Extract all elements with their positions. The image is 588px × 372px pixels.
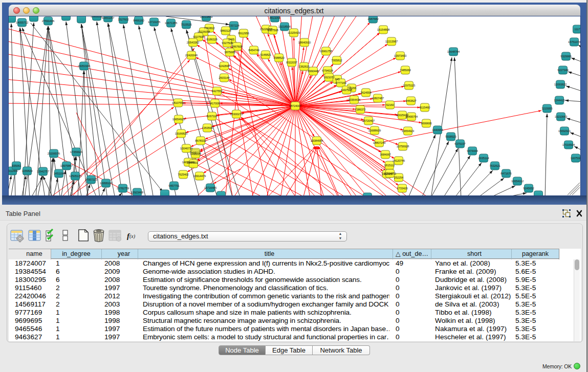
- svg-text:18807249: 18807249: [373, 141, 386, 144]
- svg-text:3215955: 3215955: [541, 107, 553, 110]
- svg-text:9227349: 9227349: [557, 69, 569, 72]
- svg-text:8322037: 8322037: [286, 61, 297, 64]
- svg-text:16961758: 16961758: [320, 50, 333, 53]
- svg-text:9777169: 9777169: [335, 81, 346, 84]
- svg-text:16914479: 16914479: [193, 174, 206, 178]
- svg-text:12975115: 12975115: [403, 84, 416, 87]
- svg-text:8186328: 8186328: [206, 38, 217, 41]
- svg-text:2603144: 2603144: [219, 76, 230, 79]
- svg-text:252254: 252254: [394, 176, 404, 179]
- svg-text:17016504: 17016504: [562, 143, 575, 146]
- svg-text:20364436: 20364436: [348, 98, 361, 101]
- svg-text:25300273: 25300273: [230, 113, 243, 116]
- svg-text:2935114: 2935114: [478, 157, 490, 160]
- svg-text:8990448: 8990448: [308, 70, 319, 73]
- svg-text:16495754: 16495754: [405, 115, 418, 118]
- svg-text:13654923: 13654923: [402, 129, 415, 133]
- svg-text:6497568: 6497568: [341, 89, 352, 92]
- svg-text:10654112: 10654112: [511, 180, 524, 183]
- svg-text:1117: 1117: [574, 28, 580, 31]
- svg-text:3624554: 3624554: [360, 91, 372, 94]
- svg-text:16648784: 16648784: [447, 50, 460, 53]
- svg-text:10973493: 10973493: [394, 54, 407, 57]
- svg-text:15226058: 15226058: [198, 30, 210, 33]
- svg-text:1498225: 1498225: [190, 152, 201, 156]
- svg-text:8813054: 8813054: [269, 16, 280, 19]
- svg-text:10046736: 10046736: [180, 147, 193, 150]
- svg-text:17359924: 17359924: [70, 150, 83, 154]
- svg-text:19654923: 19654923: [172, 118, 185, 121]
- svg-text:11325419: 11325419: [288, 31, 300, 34]
- svg-text:62160: 62160: [386, 103, 394, 106]
- svg-text:10807487: 10807487: [372, 97, 384, 100]
- svg-text:20206576: 20206576: [48, 152, 60, 155]
- svg-text:9427552: 9427552: [211, 90, 223, 93]
- svg-text:10653267: 10653267: [102, 16, 115, 19]
- svg-text:14099469: 14099469: [182, 161, 195, 164]
- svg-text:7625402: 7625402: [178, 173, 189, 176]
- svg-text:1244415: 1244415: [554, 99, 565, 102]
- svg-text:(x): (x): [129, 233, 136, 239]
- svg-text:417006: 417006: [210, 102, 220, 105]
- svg-text:1440954: 1440954: [432, 128, 443, 132]
- svg-text:7485063: 7485063: [400, 69, 411, 72]
- svg-text:12093822: 12093822: [554, 83, 567, 86]
- svg-text:15751074: 15751074: [568, 40, 580, 43]
- svg-text:9329966: 9329966: [560, 55, 572, 58]
- svg-text:26053346: 26053346: [78, 64, 91, 68]
- svg-text:9327508: 9327508: [193, 35, 204, 38]
- svg-text:12923468: 12923468: [131, 191, 144, 194]
- svg-text:1588520: 1588520: [273, 56, 285, 59]
- svg-text:3684067: 3684067: [380, 153, 391, 156]
- svg-text:16154808: 16154808: [377, 28, 390, 31]
- svg-text:1621072: 1621072: [323, 76, 335, 79]
- svg-text:19384554: 19384554: [311, 139, 323, 142]
- svg-text:7386372: 7386372: [355, 108, 366, 111]
- svg-text:8471676: 8471676: [500, 172, 512, 175]
- svg-text:19975867: 19975867: [60, 164, 73, 167]
- svg-text:7357224: 7357224: [228, 24, 239, 27]
- svg-text:10524851: 10524851: [384, 172, 397, 175]
- svg-text:20543362: 20543362: [187, 41, 200, 44]
- svg-text:1733426: 1733426: [397, 187, 408, 190]
- svg-text:9457791: 9457791: [168, 184, 180, 187]
- svg-text:1362615: 1362615: [298, 65, 310, 68]
- svg-text:6379197: 6379197: [454, 142, 466, 145]
- svg-text:1815112: 1815112: [384, 164, 396, 167]
- svg-text:845: 845: [335, 78, 340, 81]
- svg-text:7955812: 7955812: [331, 59, 342, 62]
- svg-text:22420046: 22420046: [185, 54, 198, 57]
- svg-text:18107552: 18107552: [172, 101, 185, 104]
- svg-text:7515526: 7515526: [181, 23, 192, 26]
- svg-text:1451194: 1451194: [54, 172, 65, 175]
- svg-text:935061: 935061: [12, 164, 21, 167]
- svg-text:12942757: 12942757: [37, 170, 50, 173]
- svg-text:8678332: 8678332: [195, 139, 206, 142]
- svg-text:15692921: 15692921: [558, 129, 571, 133]
- svg-text:9327508: 9327508: [267, 29, 278, 32]
- svg-text:9860124: 9860124: [220, 29, 231, 32]
- svg-text:9463627: 9463627: [405, 99, 417, 102]
- svg-text:3875685: 3875685: [224, 51, 235, 54]
- svg-text:1527602: 1527602: [118, 18, 129, 21]
- svg-text:14120746: 14120746: [393, 159, 405, 162]
- svg-text:6794024: 6794024: [322, 69, 333, 72]
- svg-text:10688609: 10688609: [368, 129, 381, 132]
- svg-text:10719155: 10719155: [148, 20, 161, 24]
- svg-text:16671355: 16671355: [165, 21, 178, 25]
- svg-text:8454749: 8454749: [248, 49, 259, 52]
- svg-text:27691406: 27691406: [42, 19, 55, 23]
- svg-text:9474444: 9474444: [467, 149, 478, 152]
- svg-text:19218506: 19218506: [278, 25, 291, 28]
- svg-text:19166825: 19166825: [175, 132, 188, 135]
- svg-text:9146821: 9146821: [260, 53, 271, 56]
- svg-text:7632621: 7632621: [489, 164, 500, 167]
- svg-text:10756928: 10756928: [397, 145, 409, 148]
- svg-text:7663822: 7663822: [204, 27, 215, 30]
- svg-text:9699695: 9699695: [421, 122, 432, 125]
- svg-text:16782759: 16782759: [117, 187, 129, 190]
- svg-text:9115460: 9115460: [420, 106, 431, 109]
- svg-text:9327508: 9327508: [222, 41, 233, 45]
- svg-text:16033809: 16033809: [200, 16, 213, 18]
- svg-text:8466160: 8466160: [133, 19, 144, 22]
